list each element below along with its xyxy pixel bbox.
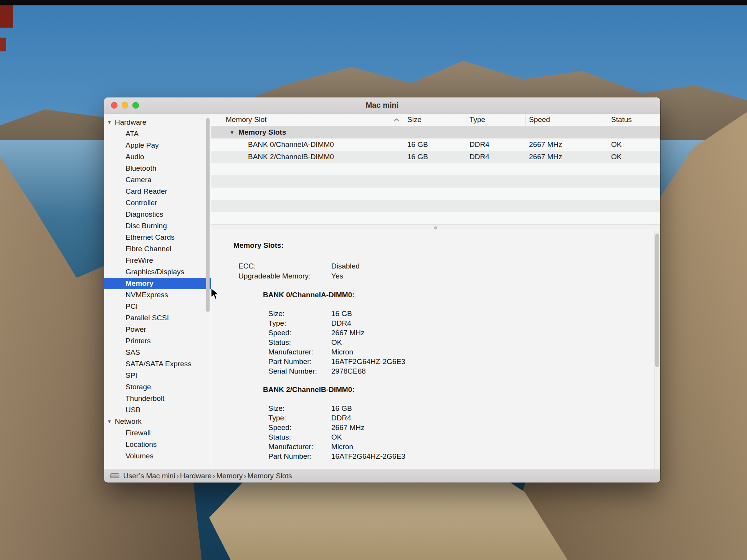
column-header-memory-slot[interactable]: Memory Slot: [211, 114, 404, 126]
detail-row: Part Number:16ATF2G64HZ-2G6E3: [268, 451, 645, 461]
sidebar-item-sas[interactable]: SAS: [104, 347, 211, 358]
detail-label: Speed:: [268, 423, 331, 432]
table-empty-row: [211, 188, 660, 200]
pane-splitter[interactable]: [211, 224, 660, 231]
detail-value: Yes: [331, 271, 343, 281]
window-content: ▼ Hardware ATA Apple Pay Audio Bluetooth…: [104, 114, 660, 469]
breadcrumb-segment[interactable]: User’s Mac mini: [123, 472, 175, 480]
sidebar-item-power[interactable]: Power: [104, 324, 211, 335]
table-row[interactable]: BANK 0/ChannelA-DIMM0 16 GB DDR4 2667 MH…: [211, 138, 660, 151]
detail-value: Micron: [331, 347, 353, 357]
detail-row: Upgradeable Memory: Yes: [238, 271, 645, 281]
sidebar-item-parallel-scsi[interactable]: Parallel SCSI: [104, 312, 211, 324]
sidebar-item-diagnostics[interactable]: Diagnostics: [104, 209, 211, 220]
sidebar-item-audio[interactable]: Audio: [104, 151, 211, 163]
detail-value: 2667 MHz: [331, 423, 365, 432]
detail-value: OK: [331, 432, 342, 442]
table-empty-row: [211, 200, 660, 212]
sidebar-item-storage[interactable]: Storage: [104, 381, 211, 393]
detail-row: Size:16 GB: [268, 309, 645, 318]
zoom-button[interactable]: [132, 102, 139, 109]
detail-row: Manufacturer:Micron: [268, 442, 645, 451]
mouse-cursor: [210, 288, 220, 300]
main-pane: Memory Slot Size Type Speed Status ▼ Mem…: [211, 114, 660, 469]
detail-row: Type:DDR4: [268, 413, 645, 423]
close-button[interactable]: [111, 102, 117, 109]
table-empty-row: [211, 163, 660, 175]
photo-artifact: [0, 5, 13, 28]
column-label: Memory Slot: [226, 115, 267, 124]
sidebar-item-locations[interactable]: Locations: [104, 439, 211, 450]
sidebar-item-firewire[interactable]: FireWire: [104, 255, 211, 266]
bank-section: BANK 0/ChannelA-DIMM0: Size:16 GB Type:D…: [233, 290, 645, 376]
sidebar-section-label: Network: [115, 417, 142, 426]
sidebar-item-camera[interactable]: Camera: [104, 174, 211, 186]
sidebar-item-graphics-displays[interactable]: Graphics/Displays: [104, 266, 211, 278]
detail-value: 2667 MHz: [331, 328, 365, 338]
breadcrumb-segment[interactable]: Memory: [216, 472, 243, 480]
sidebar-item-memory[interactable]: Memory: [104, 278, 211, 289]
table-row[interactable]: BANK 2/ChannelB-DIMM0 16 GB DDR4 2667 MH…: [211, 151, 660, 163]
sidebar-item-spi[interactable]: SPI: [104, 370, 211, 381]
breadcrumb-segment[interactable]: Hardware: [180, 472, 212, 480]
sidebar-item-apple-pay[interactable]: Apple Pay: [104, 140, 211, 151]
sidebar-item-disc-burning[interactable]: Disc Burning: [104, 220, 211, 232]
sidebar-item-controller[interactable]: Controller: [104, 197, 211, 209]
column-header-speed[interactable]: Speed: [526, 114, 608, 126]
detail-label: Status:: [268, 432, 331, 442]
table-group-row[interactable]: ▼ Memory Slots: [211, 126, 660, 138]
cell-status: OK: [608, 153, 660, 161]
table-empty-row: [211, 175, 660, 188]
memory-slot-table: Memory Slot Size Type Speed Status ▼ Mem…: [211, 114, 660, 224]
sidebar-item-firewall[interactable]: Firewall: [104, 427, 211, 439]
detail-label: Type:: [268, 413, 331, 423]
minimize-button[interactable]: [122, 102, 128, 109]
cell-speed: 2667 MHz: [526, 140, 608, 149]
splitter-handle-icon: [434, 226, 437, 229]
sidebar-item-ata[interactable]: ATA: [104, 128, 211, 140]
sidebar-item-nvmexpress[interactable]: NVMExpress: [104, 289, 211, 301]
sidebar-item-sata-sata-express[interactable]: SATA/SATA Express: [104, 358, 211, 370]
details-scrollbar-track[interactable]: [654, 231, 660, 469]
sidebar-item-printers[interactable]: Printers: [104, 335, 211, 347]
column-header-size[interactable]: Size: [404, 114, 466, 126]
cell-speed: 2667 MHz: [526, 153, 608, 161]
detail-label: Serial Number:: [268, 366, 331, 376]
sidebar-scrollbar[interactable]: [206, 118, 210, 312]
detail-row: Type:DDR4: [268, 318, 645, 328]
sidebar-item-fibre-channel[interactable]: Fibre Channel: [104, 243, 211, 255]
detail-value: DDR4: [331, 413, 351, 423]
bank-heading: BANK 0/ChannelA-DIMM0:: [263, 290, 645, 300]
detail-value: 16ATF2G64HZ-2G6E3: [331, 357, 405, 366]
detail-value: Micron: [331, 442, 353, 451]
detail-value: 16ATF2G64HZ-2G6E3: [331, 451, 405, 461]
bank-section: BANK 2/ChannelB-DIMM0: Size:16 GB Type:D…: [233, 385, 645, 461]
column-header-type[interactable]: Type: [466, 114, 526, 126]
cell-type: DDR4: [466, 153, 526, 161]
sidebar-item-card-reader[interactable]: Card Reader: [104, 186, 211, 197]
sidebar-item-usb[interactable]: USB: [104, 404, 211, 416]
disclosure-triangle-icon[interactable]: ▼: [107, 120, 115, 125]
detail-value: 16 GB: [331, 309, 352, 318]
sidebar-item-ethernet-cards[interactable]: Ethernet Cards: [104, 232, 211, 243]
column-header-status[interactable]: Status: [608, 114, 660, 126]
sidebar-item-pci[interactable]: PCI: [104, 301, 211, 312]
mac-mini-icon: [110, 473, 119, 478]
breadcrumb-segment[interactable]: Memory Slots: [247, 472, 292, 480]
detail-row: ECC: Disabled: [238, 261, 645, 271]
group-label: Memory Slots: [238, 128, 286, 137]
detail-label: Status:: [268, 338, 331, 347]
disclosure-triangle-icon[interactable]: ▼: [107, 419, 115, 424]
traffic-lights: [111, 97, 139, 113]
detail-label: Speed:: [268, 328, 331, 338]
window-titlebar[interactable]: Mac mini: [104, 97, 660, 114]
sort-ascending-icon: [394, 118, 399, 122]
cell-size: 16 GB: [404, 140, 466, 149]
sidebar-item-bluetooth[interactable]: Bluetooth: [104, 163, 211, 174]
sidebar-item-volumes[interactable]: Volumes: [104, 450, 211, 462]
sidebar-section-network[interactable]: ▼ Network: [104, 416, 211, 427]
sidebar-item-thunderbolt[interactable]: Thunderbolt: [104, 393, 211, 404]
details-scrollbar-thumb[interactable]: [655, 234, 659, 367]
sidebar-section-hardware[interactable]: ▼ Hardware: [104, 117, 211, 128]
disclosure-triangle-icon[interactable]: ▼: [230, 130, 235, 135]
